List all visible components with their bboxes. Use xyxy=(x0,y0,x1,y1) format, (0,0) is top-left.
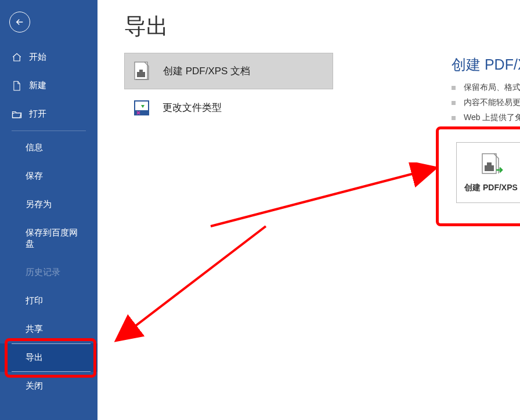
annotation-arrow xyxy=(109,220,272,348)
sidebar-item-close[interactable]: 关闭 xyxy=(0,372,98,400)
svg-rect-2 xyxy=(139,70,143,72)
create-button-label: 创建 PDF/XPS xyxy=(464,183,518,193)
sidebar-item-saveas[interactable]: 另存为 xyxy=(0,190,98,219)
svg-line-8 xyxy=(211,168,434,226)
option-label: 创建 PDF/XPS 文档 xyxy=(163,64,250,78)
svg-rect-6 xyxy=(485,165,494,171)
sidebar-item-label: 打开 xyxy=(29,108,46,120)
pdf-export-icon xyxy=(479,153,503,178)
sidebar-item-label: 导出 xyxy=(26,352,43,363)
sidebar-item-save-baidu[interactable]: 保存到百度网盘 xyxy=(0,219,98,258)
bullet-item: 保留布局、格式、字体和图像 xyxy=(452,80,520,95)
divider xyxy=(12,131,86,131)
sidebar-item-open[interactable]: 打开 xyxy=(0,100,98,128)
sidebar-item-share[interactable]: 共享 xyxy=(0,315,98,343)
back-arrow-icon xyxy=(15,17,25,27)
bullet-item: Web 上提供了免费查看器 xyxy=(452,110,520,125)
right-panel: 创建 PDF/XPS 文档 保留布局、格式、字体和图像 内容不能轻易更改 Web… xyxy=(452,55,520,125)
change-type-icon xyxy=(132,97,151,118)
sidebar-item-label: 新建 xyxy=(29,80,46,91)
back-button[interactable] xyxy=(9,12,30,32)
sidebar-item-label: 开始 xyxy=(29,52,46,63)
create-pdf-xps-button[interactable]: 创建 PDF/XPS xyxy=(456,142,520,203)
right-title: 创建 PDF/XPS 文档 xyxy=(452,55,520,74)
sidebar-item-label: 保存到百度网盘 xyxy=(26,227,86,249)
sidebar-item-label: 关闭 xyxy=(26,381,43,392)
new-doc-icon xyxy=(12,81,22,91)
sidebar-item-new[interactable]: 新建 xyxy=(0,71,98,100)
sidebar-item-label: 历史记录 xyxy=(26,267,60,278)
open-folder-icon xyxy=(12,109,22,120)
bullet-text: Web 上提供了免费查看器 xyxy=(464,113,520,123)
bullet-square-icon xyxy=(452,116,456,120)
svg-rect-7 xyxy=(487,162,492,165)
sidebar: 开始 新建 打开 信息 保存 另存为 保存到百度网盘 历史记录 打印 共享 导出… xyxy=(0,0,98,420)
sidebar-item-info[interactable]: 信息 xyxy=(0,133,98,162)
pdf-document-icon xyxy=(133,61,151,82)
sidebar-item-label: 保存 xyxy=(26,171,43,182)
option-create-pdf-xps[interactable]: 创建 PDF/XPS 文档 xyxy=(124,53,333,89)
sidebar-item-label: 信息 xyxy=(26,142,43,153)
sidebar-item-label: 共享 xyxy=(26,324,43,335)
sidebar-item-label: 另存为 xyxy=(26,199,52,210)
bullet-square-icon xyxy=(452,86,456,90)
sidebar-item-export[interactable]: 导出 xyxy=(0,343,98,372)
main-panel: 导出 创建 PDF/XPS 文档 xyxy=(98,0,520,420)
option-change-file-type[interactable]: 更改文件类型 xyxy=(124,89,333,126)
svg-rect-1 xyxy=(137,72,145,77)
sidebar-item-history: 历史记录 xyxy=(0,258,98,287)
sidebar-item-print[interactable]: 打印 xyxy=(0,287,98,315)
annotation-arrow xyxy=(205,162,443,232)
bullet-square-icon xyxy=(452,101,456,105)
sidebar-item-save[interactable]: 保存 xyxy=(0,162,98,190)
page-title: 导出 xyxy=(124,12,520,41)
home-icon xyxy=(12,52,22,63)
bullet-text: 保留布局、格式、字体和图像 xyxy=(464,82,520,93)
bullet-item: 内容不能轻易更改 xyxy=(452,95,520,110)
sidebar-item-label: 打印 xyxy=(26,295,43,306)
option-label: 更改文件类型 xyxy=(162,101,222,114)
svg-line-9 xyxy=(118,226,266,339)
svg-rect-4 xyxy=(135,110,149,115)
sidebar-item-start[interactable]: 开始 xyxy=(0,43,98,71)
bullet-list: 保留布局、格式、字体和图像 内容不能轻易更改 Web 上提供了免费查看器 xyxy=(452,80,520,125)
bullet-text: 内容不能轻易更改 xyxy=(464,97,520,108)
